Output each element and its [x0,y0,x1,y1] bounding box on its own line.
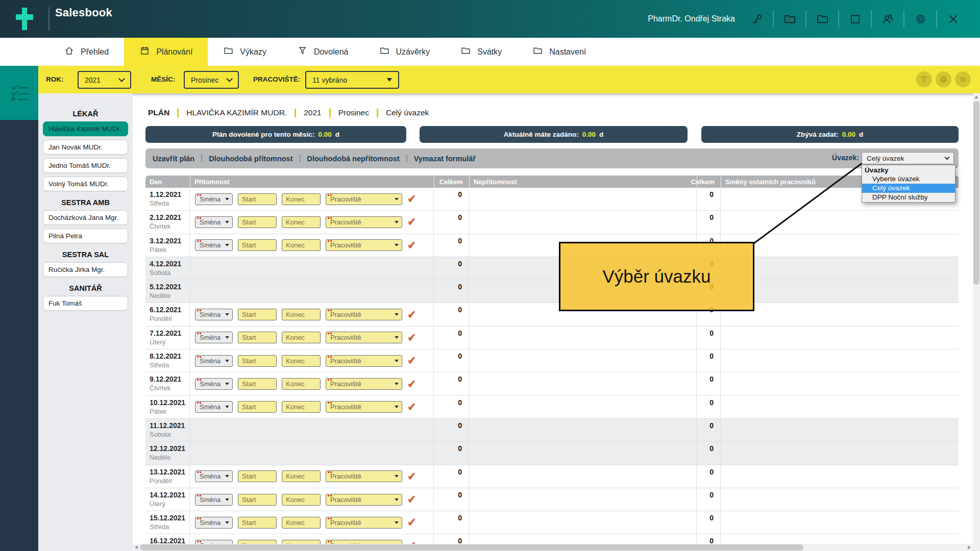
start-input[interactable] [238,193,277,205]
nav-tab-nastavení[interactable]: Nastavení [517,38,601,66]
horizontal-scrollbar[interactable] [133,544,973,551]
smena-select[interactable]: Směna [195,517,233,529]
konec-input[interactable] [282,494,321,506]
confirm-check-icon[interactable]: ✔ [407,493,416,506]
start-input[interactable] [238,216,277,228]
pracoviste-select[interactable]: Pracoviště [326,470,402,482]
confirm-check-icon[interactable]: ✔ [407,400,416,413]
nav-tab-uzávěrky[interactable]: Uzávěrky [364,38,446,66]
toolbar-button[interactable]: Dlouhodobá přítomnost [209,155,292,163]
pracoviste-select[interactable]: Pracoviště [326,216,402,228]
nav-tab-výkazy[interactable]: Výkazy [208,38,282,66]
scroll-right-arrow[interactable] [968,545,971,549]
pracoviste-select[interactable]: Pracoviště [326,332,402,343]
konec-input[interactable] [282,332,321,343]
pracoviste-select[interactable]: Pracoviště [326,494,402,506]
konec-input[interactable] [282,355,321,367]
confirm-check-icon[interactable]: ✔ [407,216,416,229]
smena-select[interactable]: Směna [195,355,233,367]
start-input[interactable] [238,470,277,482]
nav-tab-přehled[interactable]: Přehled [48,38,124,66]
konec-input[interactable] [282,378,321,390]
konec-input[interactable] [282,517,321,529]
toolbar-button[interactable]: Uzavřít plán [153,155,194,163]
pracoviste-select[interactable]: 11 vybráno [305,71,399,89]
pracoviste-select[interactable]: Pracoviště [326,540,402,544]
folder-new-icon[interactable]: N [781,10,798,28]
close-icon[interactable] [944,10,962,28]
start-input[interactable] [238,401,277,413]
nav-tab-svátky[interactable]: Svátky [445,38,517,66]
collapse-arrow-icon[interactable]: → [29,3,36,12]
nav-tab-dovolená[interactable]: Dovolená [282,38,364,66]
pracoviste-select[interactable]: Pracoviště [326,378,402,390]
staff-item[interactable]: Hlavička Kazimír MUDr. [43,121,128,136]
pracoviste-select[interactable]: Pracoviště [326,517,402,529]
uvazek-dropdown-option[interactable]: Celý úvazek [862,184,955,193]
smena-select[interactable]: Směna [195,193,233,205]
staff-item[interactable]: Fuk Tomáš [43,296,128,311]
square-icon[interactable] [846,10,864,28]
confirm-check-icon[interactable]: ✔ [407,355,416,367]
folder-icon[interactable] [814,10,831,28]
start-input[interactable] [238,494,277,506]
confirm-check-icon[interactable]: ✔ [407,470,416,483]
mesic-select[interactable]: Prosinec [184,71,239,89]
rok-select[interactable]: 2021 [78,71,131,89]
smena-select[interactable]: Směna [195,332,233,343]
scroll-left-arrow[interactable] [135,545,138,549]
toolbar-button[interactable]: Dlouhodobá nepřítomnost [307,155,400,163]
staff-item[interactable]: Volný Tomáš MUDr. [43,177,128,191]
vertical-scrollbar[interactable] [973,93,980,551]
konec-input[interactable] [282,193,321,205]
smena-select[interactable]: Směna [195,494,233,506]
uvazek-dropdown-option[interactable]: Vyberte úvazek [862,174,955,184]
confirm-check-icon[interactable]: ✔ [407,331,416,344]
toolbar-button[interactable]: Vymazat formulář [414,155,476,163]
staff-item[interactable]: Ručička Jirka Mgr. [43,262,128,277]
pracoviste-select[interactable]: Pracoviště [326,239,402,251]
smena-select[interactable]: Směna [195,239,233,251]
pracoviste-select[interactable]: Pracoviště [326,401,402,413]
confirm-check-icon[interactable]: ✔ [407,193,416,206]
confirm-check-icon[interactable]: ✔ [407,378,416,390]
confirm-check-icon[interactable]: ✔ [407,239,416,252]
staff-item[interactable]: Jan Novák MUDr. [43,140,128,155]
smena-select[interactable]: Směna [195,540,233,544]
print-button[interactable] [936,71,951,87]
start-input[interactable] [238,355,277,367]
nav-tab-plánování[interactable]: Plánování [124,38,208,66]
uvazek-dropdown-option[interactable]: DPP Noční služby [862,193,955,202]
start-input[interactable] [238,332,277,343]
gear-icon[interactable] [912,10,929,28]
key-icon[interactable] [748,10,766,28]
uvazek-select[interactable]: Celý úvazek [862,152,954,164]
pracoviste-select[interactable]: Pracoviště [326,355,402,367]
confirm-check-icon[interactable]: ✔ [407,539,416,544]
horizontal-scrollbar-thumb[interactable] [140,544,803,550]
staff-item[interactable]: Pilná Petra [43,229,128,243]
smena-select[interactable]: Směna [195,401,233,413]
scroll-up-arrow[interactable] [974,95,978,98]
konec-input[interactable] [282,239,321,251]
konec-input[interactable] [282,309,321,320]
konec-input[interactable] [282,470,321,482]
smena-select[interactable]: Směna [195,470,233,482]
vertical-scrollbar-thumb[interactable] [973,101,979,285]
start-input[interactable] [238,540,277,544]
pracoviste-select[interactable]: Pracoviště [326,309,402,320]
konec-input[interactable] [282,401,321,413]
konec-input[interactable] [282,216,321,228]
sidebar-toggle-button[interactable] [0,66,38,120]
start-input[interactable] [238,378,277,390]
konec-input[interactable] [282,540,321,544]
staff-item[interactable]: Jedno Tomáš MUDr. [43,158,128,173]
smena-select[interactable]: Směna [195,216,233,228]
smena-select[interactable]: Směna [195,378,233,390]
filter-button[interactable] [916,71,932,87]
menu-button[interactable] [955,71,971,87]
confirm-check-icon[interactable]: ✔ [407,516,416,529]
start-input[interactable] [238,517,277,529]
confirm-check-icon[interactable]: ✔ [407,308,416,321]
smena-select[interactable]: Směna [195,309,233,320]
